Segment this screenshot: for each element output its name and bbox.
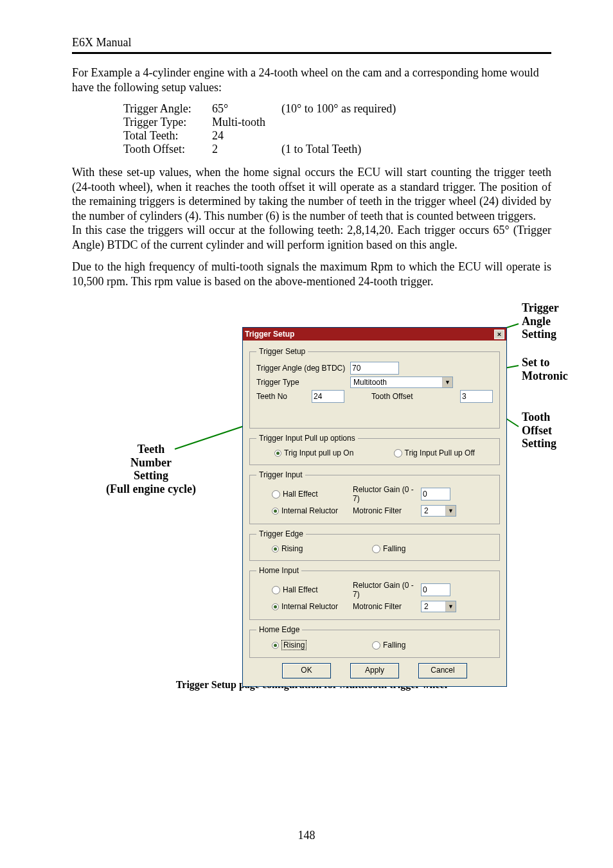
setup-label: Trigger Type: <box>123 116 212 129</box>
doc-header: E6X Manual <box>72 36 551 49</box>
group-trigger-setup: Trigger Setup Trigger Angle (deg BTDC) T… <box>249 347 500 429</box>
label-teeth-no: Teeth No <box>256 392 308 401</box>
radio-dot-icon <box>272 642 279 649</box>
input-trig-gain[interactable] <box>421 488 450 500</box>
callout-offset-3: Setting <box>522 437 556 450</box>
radio-pullup-off[interactable]: Trig Input Pull up Off <box>394 448 475 457</box>
radio-home-reluctor[interactable]: Internal Reluctor <box>272 602 349 611</box>
radio-label: Internal Reluctor <box>281 506 338 515</box>
group-pullup: Trigger Input Pull up options Trig Input… <box>249 434 500 465</box>
radio-label: Rising <box>281 544 303 553</box>
callout-angle-3: Setting <box>522 328 556 341</box>
legend-trigger-edge: Trigger Edge <box>256 529 306 538</box>
select-home-filter[interactable]: 2 ▼ <box>421 601 456 612</box>
header-rule <box>72 52 551 54</box>
radio-dot-icon <box>272 603 279 610</box>
close-icon[interactable]: × <box>494 330 504 339</box>
figure-wrap: Teeth Number Setting (Full engine cycle)… <box>72 301 551 674</box>
legend-trigger-setup: Trigger Setup <box>256 347 308 356</box>
radio-trig-falling[interactable]: Falling <box>372 544 405 553</box>
radio-home-rising[interactable]: Rising <box>272 640 368 650</box>
label-home-filter: Motronic Filter <box>353 602 417 611</box>
setup-label: Total Teeth: <box>123 129 212 143</box>
radio-label: Internal Reluctor <box>281 602 338 611</box>
radio-label: Rising <box>281 640 306 650</box>
table-row: Total Teeth: 24 <box>123 129 401 143</box>
table-row: Trigger Type: Multi-tooth <box>123 116 401 129</box>
setup-value: 2 <box>212 143 281 156</box>
ok-button[interactable]: OK <box>282 663 331 678</box>
radio-label: Trig Input Pull up Off <box>405 448 475 457</box>
paragraph-4: Due to the high frequency of multi-tooth… <box>72 260 551 288</box>
dialog-title: Trigger Setup <box>245 328 294 341</box>
radio-home-hall[interactable]: Hall Effect <box>272 585 349 594</box>
page-number: 148 <box>0 829 613 842</box>
radio-home-falling[interactable]: Falling <box>372 641 405 650</box>
legend-home-edge: Home Edge <box>256 625 302 634</box>
chevron-down-icon[interactable]: ▼ <box>445 506 456 516</box>
legend-pullup: Trigger Input Pull up options <box>256 434 358 443</box>
radio-label: Trig Input pull up On <box>284 448 353 457</box>
callout-motronic-2: Motronic <box>522 369 568 382</box>
radio-label: Hall Effect <box>283 490 317 499</box>
select-value: 2 <box>422 506 445 516</box>
radio-dot-icon <box>274 450 281 457</box>
input-tooth-offset[interactable] <box>460 390 493 403</box>
select-value: 2 <box>422 601 445 612</box>
select-trigger-type[interactable]: Multitooth ▼ <box>350 376 453 388</box>
input-home-gain[interactable] <box>421 583 450 596</box>
callout-angle-1: Trigger <box>522 301 559 314</box>
cancel-button[interactable]: Cancel <box>418 663 467 678</box>
radio-pullup-on[interactable]: Trig Input pull up On <box>274 448 353 457</box>
radio-trig-reluctor[interactable]: Internal Reluctor <box>272 506 349 515</box>
setup-value: 65° <box>212 102 281 116</box>
setup-note <box>281 116 401 129</box>
apply-button[interactable]: Apply <box>350 663 399 678</box>
select-trig-filter[interactable]: 2 ▼ <box>421 505 456 517</box>
label-trig-gain: Reluctor Gain (0 - 7) <box>353 485 417 503</box>
group-trigger-input: Trigger Input Hall Effect Reluctor Gain … <box>249 470 500 524</box>
select-value: Multitooth <box>351 377 442 387</box>
group-trigger-edge: Trigger Edge Rising Falling <box>249 529 500 561</box>
radio-dot-icon <box>394 449 402 457</box>
radio-trig-rising[interactable]: Rising <box>272 544 368 553</box>
radio-dot-icon <box>272 490 280 499</box>
input-trigger-angle[interactable] <box>350 362 399 375</box>
group-home-input: Home Input Hall Effect Reluctor Gain (0 … <box>249 566 500 620</box>
dialog-titlebar[interactable]: Trigger Setup × <box>243 328 506 341</box>
label-trigger-type: Trigger Type <box>256 378 346 387</box>
label-trig-filter: Motronic Filter <box>353 506 417 515</box>
callout-teeth-2: Number <box>130 456 172 469</box>
group-home-edge: Home Edge Rising Falling <box>249 625 500 658</box>
input-teeth-no[interactable] <box>312 390 344 403</box>
setup-note <box>281 129 401 143</box>
radio-trig-hall[interactable]: Hall Effect <box>272 490 349 499</box>
radio-label: Hall Effect <box>283 585 317 594</box>
radio-dot-icon <box>272 508 279 515</box>
intro-paragraph: For Example a 4-cylinder engine with a 2… <box>72 66 551 94</box>
label-tooth-offset: Tooth Offset <box>371 392 413 401</box>
table-row: Tooth Offset: 2 (1 to Total Teeth) <box>123 143 401 156</box>
label-trigger-angle: Trigger Angle (deg BTDC) <box>256 364 346 373</box>
radio-dot-icon <box>372 545 380 553</box>
radio-dot-icon <box>272 586 280 594</box>
setup-label: Tooth Offset: <box>123 143 212 156</box>
callout-offset-1: Tooth <box>522 411 550 423</box>
setup-label: Trigger Angle: <box>123 102 212 116</box>
legend-trigger-input: Trigger Input <box>256 470 305 479</box>
radio-label: Falling <box>383 641 405 650</box>
setup-value: Multi-tooth <box>212 116 281 129</box>
chevron-down-icon[interactable]: ▼ <box>442 377 452 387</box>
radio-label: Falling <box>383 544 405 553</box>
radio-dot-icon <box>372 641 380 650</box>
legend-home-input: Home Input <box>256 566 301 575</box>
paragraph-2: With these set-up values, when the home … <box>72 165 551 223</box>
setup-values-table: Trigger Angle: 65° (10° to 100° as requi… <box>123 102 401 156</box>
callout-teeth-4: (Full engine cycle) <box>106 483 196 495</box>
callout-teeth-1: Teeth <box>138 443 164 456</box>
setup-value: 24 <box>212 129 281 143</box>
chevron-down-icon[interactable]: ▼ <box>445 601 456 612</box>
callout-offset-2: Offset <box>522 424 552 437</box>
setup-note: (1 to Total Teeth) <box>281 143 401 156</box>
radio-dot-icon <box>272 545 279 553</box>
